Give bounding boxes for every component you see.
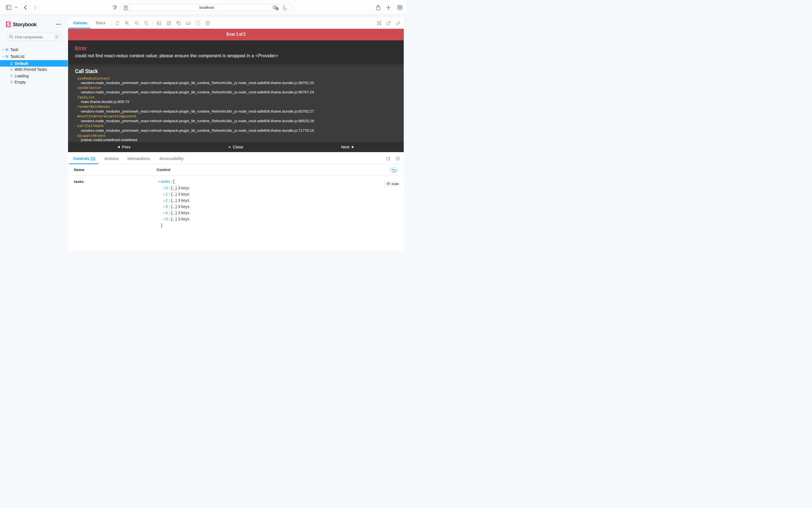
svg-text:A: A: [274, 6, 276, 9]
